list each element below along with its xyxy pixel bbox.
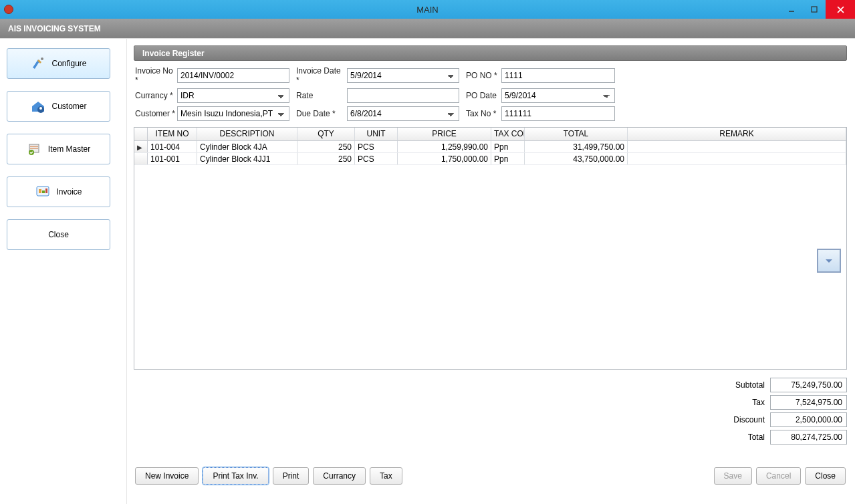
rate-field[interactable] xyxy=(347,88,459,103)
subtotal-field xyxy=(770,378,847,392)
sidebar-item-configure[interactable]: Configure xyxy=(7,48,110,79)
close-button[interactable]: Close xyxy=(805,467,846,485)
svg-rect-1 xyxy=(812,7,817,12)
cell-unit[interactable]: PCS xyxy=(355,153,398,164)
invoice-icon xyxy=(35,184,51,200)
cell-price[interactable]: 1,750,000.00 xyxy=(398,153,491,164)
col-qty[interactable]: QTY xyxy=(297,128,355,140)
row-indicator-icon xyxy=(134,153,148,164)
window-controls xyxy=(780,0,855,19)
titlebar: MAIN xyxy=(0,0,855,19)
cell-qty[interactable]: 250 xyxy=(297,153,355,164)
svg-point-6 xyxy=(39,107,42,110)
tax-no-field[interactable] xyxy=(501,106,615,121)
currency-button[interactable]: Currancy xyxy=(313,467,366,485)
currency-label: Currancy * xyxy=(135,91,177,100)
rate-label: Rate xyxy=(296,91,347,100)
save-button: Save xyxy=(714,467,752,485)
sidebar-item-label: Configure xyxy=(51,59,86,68)
sidebar-item-label: Invoice xyxy=(56,187,82,197)
table-row[interactable]: 101-001 Cylinder Block 4JJ1 250 PCS 1,75… xyxy=(134,153,846,165)
cell-qty[interactable]: 250 xyxy=(297,141,355,152)
new-invoice-button[interactable]: New Invoice xyxy=(135,467,199,485)
svg-rect-11 xyxy=(42,191,45,193)
item-master-icon xyxy=(27,141,43,157)
invoice-form: Invoice No * Invoice Date * 5/9/2014 PO … xyxy=(134,65,847,127)
customer-label: Customer * xyxy=(135,109,177,118)
col-price[interactable]: PRICE xyxy=(398,128,491,140)
close-window-button[interactable] xyxy=(826,0,855,19)
grand-total-label: Total xyxy=(748,432,765,442)
invoice-no-label: Invoice No * xyxy=(135,66,177,85)
customer-icon xyxy=(30,98,46,114)
col-total[interactable]: TOTAL xyxy=(525,128,628,140)
cell-total[interactable]: 31,499,750.00 xyxy=(525,141,628,152)
due-date-field[interactable]: 6/8/2014 xyxy=(347,106,459,121)
sidebar-item-close[interactable]: Close xyxy=(7,219,110,250)
grid-row-header xyxy=(134,128,148,140)
maximize-button[interactable] xyxy=(803,0,826,19)
scroll-down-button[interactable] xyxy=(817,249,841,273)
col-remark[interactable]: REMARK xyxy=(628,128,846,140)
cell-description[interactable]: Cylinder Block 4JA xyxy=(197,141,297,152)
cell-tax-code[interactable]: Ppn xyxy=(491,141,525,152)
po-no-label: PO NO * xyxy=(466,71,501,80)
grand-total-field xyxy=(770,430,847,445)
discount-field[interactable] xyxy=(770,412,847,427)
cell-unit[interactable]: PCS xyxy=(355,141,398,152)
currency-field[interactable]: IDR xyxy=(177,88,289,103)
cell-item-no[interactable]: 101-001 xyxy=(148,153,197,164)
col-item-no[interactable]: ITEM NO xyxy=(148,128,197,140)
col-description[interactable]: DESCRIPTION xyxy=(197,128,297,140)
col-tax-code[interactable]: TAX COD xyxy=(491,128,525,140)
sidebar-item-item-master[interactable]: Item Master xyxy=(7,134,110,164)
invoice-no-field[interactable] xyxy=(177,68,289,83)
po-no-field[interactable] xyxy=(501,68,615,83)
po-date-label: PO Date xyxy=(466,91,501,100)
app-icon xyxy=(4,5,13,14)
totals-panel: Subtotal Tax Discount Total xyxy=(646,378,847,447)
panel-title: Invoice Register xyxy=(134,45,847,61)
invoice-date-label: Invoice Date * xyxy=(296,66,347,85)
col-unit[interactable]: UNIT xyxy=(355,128,398,140)
due-date-label: Due Date * xyxy=(296,109,347,118)
print-tax-invoice-button[interactable]: Print Tax Inv. xyxy=(203,467,268,485)
svg-point-4 xyxy=(41,57,43,60)
items-grid[interactable]: ITEM NO DESCRIPTION QTY UNIT PRICE TAX C… xyxy=(134,127,847,370)
ribbon-header: AIS INVOICING SYSTEM xyxy=(0,19,855,38)
cell-remark[interactable] xyxy=(628,141,846,152)
footer-toolbar: New Invoice Print Tax Inv. Print Curranc… xyxy=(134,467,847,485)
sidebar: Configure Customer Item Master Invoice C… xyxy=(0,39,127,504)
sidebar-item-label: Close xyxy=(48,230,69,239)
tax-total-label: Tax xyxy=(752,398,765,407)
po-date-field[interactable]: 5/9/2014 xyxy=(501,88,615,103)
grid-header-row: ITEM NO DESCRIPTION QTY UNIT PRICE TAX C… xyxy=(134,128,846,141)
workspace: Configure Customer Item Master Invoice C… xyxy=(0,38,855,504)
tax-button[interactable]: Tax xyxy=(370,467,402,485)
print-button[interactable]: Print xyxy=(273,467,310,485)
sidebar-item-invoice[interactable]: Invoice xyxy=(7,176,110,207)
cell-total[interactable]: 43,750,000.00 xyxy=(525,153,628,164)
table-row[interactable]: ▶ 101-004 Cylinder Block 4JA 250 PCS 1,2… xyxy=(134,141,846,153)
svg-point-8 xyxy=(29,150,34,155)
cell-description[interactable]: Cylinder Block 4JJ1 xyxy=(197,153,297,164)
cell-tax-code[interactable]: Ppn xyxy=(491,153,525,164)
customer-field[interactable]: Mesin Isuzu Indonesia,PT xyxy=(177,106,289,121)
subtotal-label: Subtotal xyxy=(735,380,765,390)
svg-rect-12 xyxy=(45,188,47,193)
window-title: MAIN xyxy=(416,5,439,15)
svg-rect-10 xyxy=(39,189,41,193)
minimize-button[interactable] xyxy=(780,0,803,19)
cell-item-no[interactable]: 101-004 xyxy=(148,141,197,152)
invoice-date-field[interactable]: 5/9/2014 xyxy=(347,68,459,83)
cancel-button: Cancel xyxy=(756,467,801,485)
tax-total-field xyxy=(770,395,847,410)
sidebar-item-customer[interactable]: Customer xyxy=(7,91,110,122)
row-indicator-icon: ▶ xyxy=(134,141,148,152)
tax-no-label: Tax No * xyxy=(466,109,501,118)
discount-label: Discount xyxy=(733,415,765,424)
cell-remark[interactable] xyxy=(628,153,846,164)
cell-price[interactable]: 1,259,990.00 xyxy=(398,141,491,152)
main-panel: Invoice Register Invoice No * Invoice Da… xyxy=(127,39,855,504)
sidebar-item-label: Item Master xyxy=(48,144,90,154)
